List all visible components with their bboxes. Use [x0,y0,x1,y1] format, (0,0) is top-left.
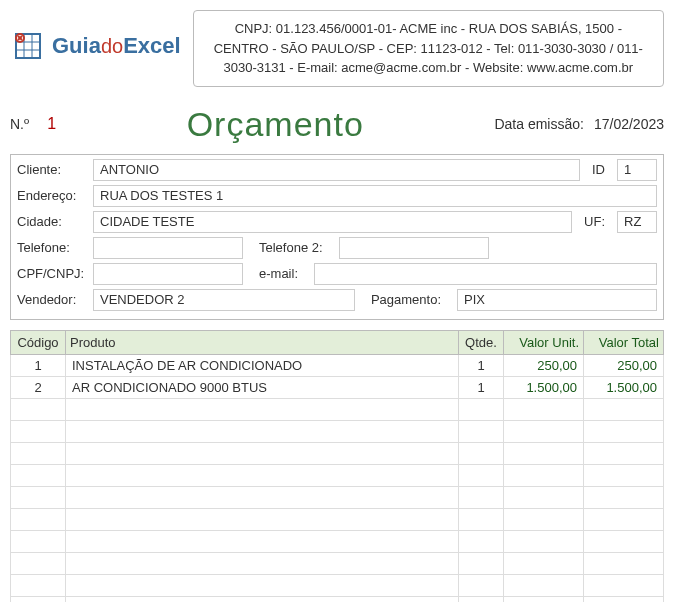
header-total: Valor Total [584,330,664,354]
cell-codigo: 1 [11,354,66,376]
table-row[interactable] [11,464,664,486]
cell-qtde [459,508,504,530]
date-value: 17/02/2023 [594,116,664,132]
table-row[interactable] [11,508,664,530]
cell-unit [504,596,584,602]
cell-qtde [459,574,504,596]
cell-total [584,486,664,508]
cell-total: 1.500,00 [584,376,664,398]
number-value: 1 [47,115,56,133]
cell-total [584,508,664,530]
cell-codigo [11,530,66,552]
cidade-field[interactable]: CIDADE TESTE [93,211,572,233]
cell-codigo [11,442,66,464]
endereco-field[interactable]: RUA DOS TESTES 1 [93,185,657,207]
table-row[interactable] [11,420,664,442]
cell-unit [504,530,584,552]
endereco-label: Endereço: [17,188,87,203]
cell-produto [66,552,459,574]
cell-qtde: 1 [459,376,504,398]
cell-total [584,596,664,602]
cell-produto: AR CONDICIONADO 9000 BTUS [66,376,459,398]
cell-unit [504,442,584,464]
table-row[interactable] [11,398,664,420]
cell-total [584,398,664,420]
table-row[interactable]: 1INSTALAÇÃO DE AR CONDICIONADO1250,00250… [11,354,664,376]
cell-total [584,442,664,464]
table-header-row: Código Produto Qtde. Valor Unit. Valor T… [11,330,664,354]
cell-unit: 250,00 [504,354,584,376]
email-label: e-mail: [249,266,308,281]
number-label: N.º [10,116,29,132]
telefone2-field[interactable] [339,237,489,259]
id-field[interactable]: 1 [617,159,657,181]
logo: GuiadoExcel [10,10,181,64]
table-row[interactable] [11,574,664,596]
cell-produto [66,530,459,552]
cell-total [584,420,664,442]
cell-total: 250,00 [584,354,664,376]
header-codigo: Código [11,330,66,354]
cell-unit [504,486,584,508]
company-info: CNPJ: 01.123.456/0001-01- ACME inc - RUA… [193,10,664,87]
telefone2-label: Telefone 2: [249,240,333,255]
cell-codigo [11,420,66,442]
cell-codigo: 2 [11,376,66,398]
cpf-field[interactable] [93,263,243,285]
pagamento-field[interactable]: PIX [457,289,657,311]
cell-produto [66,596,459,602]
table-row[interactable] [11,530,664,552]
cell-total [584,574,664,596]
cell-unit: 1.500,00 [504,376,584,398]
items-table: Código Produto Qtde. Valor Unit. Valor T… [10,330,664,603]
table-row[interactable] [11,442,664,464]
logo-icon [10,28,46,64]
telefone-label: Telefone: [17,240,87,255]
table-row[interactable] [11,596,664,602]
cell-qtde [459,464,504,486]
vendedor-label: Vendedor: [17,292,87,307]
cell-produto: INSTALAÇÃO DE AR CONDICIONADO [66,354,459,376]
page-title: Orçamento [187,105,364,144]
cidade-label: Cidade: [17,214,87,229]
table-row[interactable] [11,486,664,508]
uf-label: UF: [578,214,611,229]
cell-produto [66,508,459,530]
cell-qtde [459,398,504,420]
cell-codigo [11,508,66,530]
cell-qtde [459,420,504,442]
vendedor-field[interactable]: VENDEDOR 2 [93,289,355,311]
date-label: Data emissão: [494,116,583,132]
cell-produto [66,464,459,486]
telefone-field[interactable] [93,237,243,259]
id-label: ID [586,162,611,177]
cell-codigo [11,596,66,602]
cell-unit [504,420,584,442]
cpf-label: CPF/CNPJ: [17,266,87,281]
cell-unit [504,574,584,596]
header-produto: Produto [66,330,459,354]
cell-codigo [11,552,66,574]
cell-produto [66,486,459,508]
cell-codigo [11,574,66,596]
cell-unit [504,464,584,486]
pagamento-label: Pagamento: [361,292,451,307]
cell-qtde [459,442,504,464]
cell-qtde [459,552,504,574]
table-row[interactable] [11,552,664,574]
cell-produto [66,574,459,596]
cell-qtde: 1 [459,354,504,376]
cell-produto [66,398,459,420]
cell-unit [504,398,584,420]
uf-field[interactable]: RZ [617,211,657,233]
email-field[interactable] [314,263,657,285]
cell-total [584,464,664,486]
table-row[interactable]: 2AR CONDICIONADO 9000 BTUS11.500,001.500… [11,376,664,398]
cell-qtde [459,596,504,602]
cell-unit [504,508,584,530]
cell-produto [66,420,459,442]
cell-total [584,530,664,552]
cell-codigo [11,486,66,508]
customer-block: Cliente: ANTONIO ID 1 Endereço: RUA DOS … [10,154,664,320]
cliente-field[interactable]: ANTONIO [93,159,580,181]
